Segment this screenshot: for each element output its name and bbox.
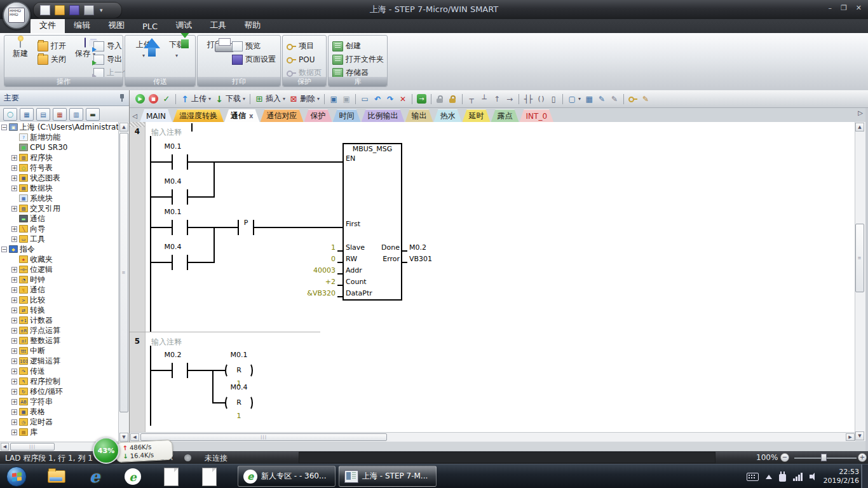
zoom-out-button[interactable]: − xyxy=(780,453,789,462)
pin-value[interactable]: 0 xyxy=(282,255,336,263)
tree-item[interactable]: − ▣ 上海 (C:\Users\Administrator. xyxy=(0,122,119,132)
wire-right-icon[interactable] xyxy=(503,92,516,106)
scroll-up-icon[interactable]: ▲ xyxy=(119,123,128,132)
tree-item[interactable]: + +1 计数器 xyxy=(0,315,119,325)
editor-vertical-scrollbar[interactable]: ▲ ≡ ▼ xyxy=(855,122,865,441)
branch-down-icon[interactable] xyxy=(465,92,478,106)
scroll-thumb[interactable]: ≡ xyxy=(119,133,128,412)
contact-icon[interactable] xyxy=(522,92,534,106)
tab-tongxin-duiying[interactable]: 通信对应 xyxy=(261,109,304,122)
tree-item[interactable]: + ⇄ 转换 xyxy=(0,305,119,315)
tree-item[interactable]: + 101 逻辑运算 xyxy=(0,356,119,366)
upload-icon[interactable]: 上传▾ xyxy=(179,92,213,106)
tree-item[interactable]: ★ 收藏夹 xyxy=(0,254,119,264)
tb-sep[interactable] xyxy=(519,94,519,104)
network-signal-icon[interactable] xyxy=(793,473,803,481)
pin-value[interactable]: M0.2 xyxy=(409,243,426,252)
coil-operand[interactable]: M0.1 xyxy=(225,351,253,359)
tab-scroll-right-icon[interactable] xyxy=(855,109,865,121)
edit-pou-icon[interactable] xyxy=(608,92,621,106)
app-menu-button[interactable]: HHHDHHD xyxy=(3,1,31,29)
tree-expander-icon[interactable]: + xyxy=(11,186,17,191)
tree-expander-icon[interactable]: + xyxy=(11,430,17,435)
tab-bili-shuchu[interactable]: 比例输出 xyxy=(362,109,405,122)
tree-expander-icon[interactable]: + xyxy=(11,267,17,273)
input-method-icon[interactable] xyxy=(747,473,759,481)
run-icon[interactable] xyxy=(133,92,147,106)
tree-item[interactable]: + ▦ 状态图表 xyxy=(0,173,119,183)
tree-item[interactable]: ▦ 系统块 xyxy=(0,193,119,203)
menu-debug[interactable]: 调试 xyxy=(166,18,201,33)
branch-up-icon[interactable] xyxy=(478,92,491,106)
contact-operand[interactable]: M0.1 xyxy=(159,142,187,151)
protect-project-button[interactable]: 项目 xyxy=(287,39,322,53)
edge-contact-label[interactable]: P xyxy=(232,219,260,227)
contact-operand[interactable]: M0.4 xyxy=(159,243,187,251)
coil-count[interactable]: 1 xyxy=(225,412,253,420)
tree-item[interactable]: + ±I 整数运算 xyxy=(0,336,119,346)
zoom-in-button[interactable]: + xyxy=(858,453,867,462)
tree-expander-icon[interactable]: + xyxy=(11,318,17,323)
tree-expander-icon[interactable]: + xyxy=(11,328,17,334)
pin-value[interactable]: +2 xyxy=(282,278,336,286)
tree-expander-icon[interactable]: + xyxy=(11,226,17,232)
tree-expander-icon[interactable]: − xyxy=(1,125,7,130)
internet-explorer-taskbar-icon[interactable]: e xyxy=(84,468,105,485)
tree-item[interactable]: + ○ 符号表 xyxy=(0,163,119,173)
boxop-icon[interactable] xyxy=(547,92,560,106)
minimize-button[interactable]: – xyxy=(828,4,832,12)
cpu-usage-badge[interactable]: 43% xyxy=(93,437,119,464)
tree-expander-icon[interactable]: − xyxy=(1,247,7,252)
power-icon[interactable] xyxy=(779,474,786,482)
tab-shijian[interactable]: 时间 xyxy=(333,109,361,122)
edit-table-icon[interactable] xyxy=(595,92,608,106)
nav-status-chart-icon[interactable] xyxy=(20,108,34,121)
menu-help[interactable]: 帮助 xyxy=(235,18,269,33)
zoom-slider-thumb[interactable] xyxy=(821,454,827,461)
lock-icon[interactable] xyxy=(434,92,447,106)
tree-item[interactable]: + ◷ 定时器 xyxy=(0,417,119,427)
taskbar-clock[interactable]: 22:53 2019/2/16 xyxy=(824,468,859,485)
document-taskbar-icon[interactable] xyxy=(198,468,220,485)
tb-sep[interactable] xyxy=(431,94,431,104)
tree-expander-icon[interactable]: + xyxy=(11,399,17,405)
tree-expander-icon[interactable]: + xyxy=(11,379,17,384)
undo-icon[interactable] xyxy=(371,92,384,106)
network-icon[interactable] xyxy=(327,92,340,106)
tab-shuchu[interactable]: 输出 xyxy=(405,109,433,122)
create-library-button[interactable]: 创建 xyxy=(332,39,384,53)
start-button[interactable] xyxy=(6,466,27,487)
tab-yanshi[interactable]: 延时 xyxy=(463,109,491,122)
tree-item[interactable]: ▤ CPU SR30 xyxy=(0,142,119,152)
tree-expander-icon[interactable]: + xyxy=(11,206,17,212)
restore-button[interactable]: ❐ xyxy=(841,4,847,12)
tab-baohu[interactable]: 保护 xyxy=(304,109,332,122)
tree-item[interactable]: + ttt 中断 xyxy=(0,346,119,356)
tree-expander-icon[interactable]: + xyxy=(11,338,17,344)
scroll-up-icon[interactable]: ▲ xyxy=(855,123,864,132)
nav-symbol-table-icon[interactable] xyxy=(3,108,17,121)
coil-icon[interactable] xyxy=(534,92,547,106)
wire-up-icon[interactable] xyxy=(491,92,503,106)
open-library-folder-button[interactable]: 打开文件夹 xyxy=(332,53,384,66)
tb-sep[interactable] xyxy=(562,94,563,104)
tree-item[interactable]: + ╲ 向导 xyxy=(0,224,119,234)
key2-icon[interactable] xyxy=(627,92,639,106)
close-button[interactable]: 关闭 xyxy=(37,53,66,66)
tb-sep[interactable] xyxy=(355,94,356,104)
edit-hand-icon[interactable] xyxy=(639,92,652,106)
contact-operand[interactable]: M0.1 xyxy=(159,208,187,216)
unlock-icon[interactable] xyxy=(447,92,459,106)
tree-expander-icon[interactable]: + xyxy=(11,348,17,354)
nav-communication-icon[interactable] xyxy=(86,108,100,121)
menu-plc[interactable]: PLC xyxy=(133,20,166,33)
tree-item[interactable]: + ▥ 程序块 xyxy=(0,152,119,163)
network2-icon[interactable] xyxy=(340,92,353,106)
tab-wenshidu-zhuanhuan[interactable]: 温湿度转换 xyxy=(173,109,224,122)
explorer-taskbar-icon[interactable] xyxy=(46,468,67,485)
open-button[interactable]: 打开 xyxy=(37,39,66,53)
show-desktop-button[interactable] xyxy=(861,464,868,488)
tree-expander-icon[interactable]: + xyxy=(11,369,17,374)
taskbar-button-360[interactable]: e 新人专区 - - 360... xyxy=(238,466,336,487)
tree-item[interactable]: + ◔ 时钟 xyxy=(0,274,119,285)
